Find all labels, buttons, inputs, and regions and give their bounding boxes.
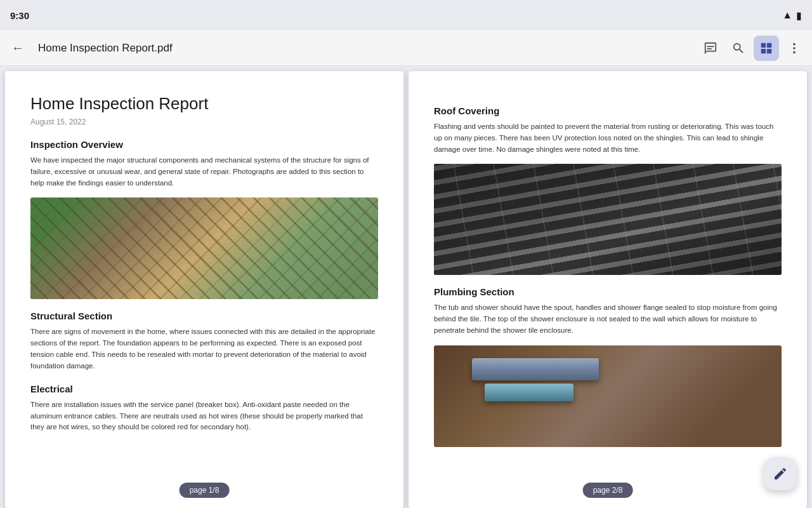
grid-view-button[interactable] xyxy=(754,36,779,61)
battery-icon: ▮ xyxy=(796,10,802,22)
section-electrical-heading: Electrical xyxy=(30,384,378,394)
section-plumbing-heading: Plumbing Section xyxy=(434,286,782,297)
more-icon xyxy=(787,41,801,55)
back-icon: ← xyxy=(11,41,24,55)
page-1-content: Home Inspection Report August 15, 2022 I… xyxy=(5,71,403,508)
search-icon xyxy=(731,41,745,55)
comment-icon xyxy=(704,41,717,55)
pipes-image xyxy=(434,345,782,447)
svg-point-3 xyxy=(793,47,796,50)
grid-icon xyxy=(759,41,773,55)
houses-image xyxy=(30,197,378,299)
toolbar-title: Home Inspection Report.pdf xyxy=(33,42,695,55)
section-structural-heading: Structural Section xyxy=(30,311,378,321)
roof-image xyxy=(434,164,782,275)
plumbing-pipes-img xyxy=(434,345,782,447)
svg-point-2 xyxy=(793,43,796,45)
edit-fab-icon xyxy=(773,466,788,481)
section-inspection-overview-heading: Inspection Overview xyxy=(30,139,378,150)
section-roof-heading: Roof Covering xyxy=(434,105,782,116)
section-structural-text: There are signs of movement in the home,… xyxy=(30,326,378,371)
svg-rect-0 xyxy=(707,46,714,47)
section-plumbing-text: The tub and shower should have the spout… xyxy=(434,302,782,336)
toolbar: ← Home Inspection Report.pdf xyxy=(0,30,812,66)
fab-edit-button[interactable] xyxy=(764,457,797,490)
section-electrical-text: There are installation issues with the s… xyxy=(30,399,378,433)
comment-button[interactable] xyxy=(698,36,723,61)
wifi-icon: ▲ xyxy=(782,10,792,21)
page-1-panel: Home Inspection Report August 15, 2022 I… xyxy=(5,71,403,508)
page-2-content: Roof Covering Flashing and vents should … xyxy=(409,71,807,508)
page-1-badge: page 1/8 xyxy=(180,483,230,498)
toolbar-actions xyxy=(698,36,807,61)
page-2-badge: page 2/8 xyxy=(583,483,633,498)
aerial-houses-img xyxy=(30,197,378,299)
page-2-panel: Roof Covering Flashing and vents should … xyxy=(409,71,807,508)
status-bar: 9:30 ▲ ▮ xyxy=(0,0,812,30)
doc-date: August 15, 2022 xyxy=(30,117,378,126)
doc-title: Home Inspection Report xyxy=(30,94,378,114)
status-icons: ▲ ▮ xyxy=(782,10,802,22)
section-roof-text: Flashing and vents should be painted to … xyxy=(434,121,782,155)
more-button[interactable] xyxy=(782,36,807,61)
search-button[interactable] xyxy=(726,36,751,61)
svg-point-4 xyxy=(793,51,796,53)
section-inspection-overview-text: We have inspected the major structural c… xyxy=(30,155,378,189)
status-time: 9:30 xyxy=(10,10,29,21)
back-button[interactable]: ← xyxy=(5,36,30,61)
roof-covering-img xyxy=(434,164,782,275)
svg-rect-1 xyxy=(707,48,712,50)
content-area: Home Inspection Report August 15, 2022 I… xyxy=(0,66,812,508)
